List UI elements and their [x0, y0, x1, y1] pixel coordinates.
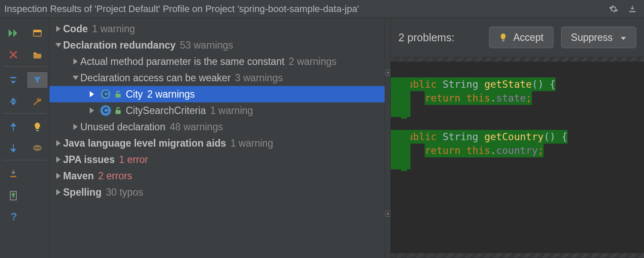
show-diff-icon[interactable] [27, 140, 48, 157]
tree-node-jpa-issues[interactable]: JPA issues 1 error [49, 151, 385, 168]
tree-node-unused-declaration[interactable]: Unused declaration 48 warnings [49, 119, 385, 135]
chevron-right-icon [54, 189, 63, 195]
group-by-directory-icon[interactable] [27, 46, 48, 63]
filter-icon[interactable] [27, 71, 48, 89]
intention-bulb-icon[interactable] [27, 118, 48, 135]
svg-rect-9 [115, 94, 121, 98]
accept-button[interactable]: Accept [489, 27, 553, 48]
chevron-down-icon [54, 43, 63, 47]
tree-node-city[interactable]: C City 2 warnings [49, 86, 385, 102]
tree-node-declaration-redundancy[interactable]: Declaration redundancy 53 warnings [49, 37, 385, 53]
next-icon[interactable] [3, 140, 24, 157]
preview-pane: 2 problems: Accept Suppress public Strin… [391, 18, 644, 258]
svg-rect-3 [36, 130, 39, 131]
tree-node-actual-method-parameter[interactable]: Actual method parameter is the same cons… [49, 53, 385, 70]
panel-title: Inspection Results of 'Project Default' … [4, 3, 601, 15]
fold-handle-icon[interactable]: + [385, 70, 391, 76]
chevron-down-icon [71, 76, 80, 80]
close-icon[interactable] [3, 46, 24, 63]
tree-node-access-weaker[interactable]: Declaration access can be weaker 3 warni… [49, 70, 385, 86]
code-method-getstate: public String getState() { return this.s… [401, 77, 644, 119]
preview-toolbar: 2 problems: Accept Suppress [391, 18, 644, 57]
tree-node-city-search-criteria[interactable]: C CitySearchCriteria 1 warning [49, 102, 385, 119]
chevron-right-icon [71, 124, 80, 130]
bulb-icon [499, 33, 508, 42]
class-icon: C [100, 105, 111, 116]
unlock-icon [114, 90, 122, 98]
tree-node-java-language-level[interactable]: Java language level migration aids 1 war… [49, 135, 385, 151]
export-results-icon[interactable] [3, 165, 24, 182]
svg-text:?: ? [11, 211, 17, 222]
export-icon[interactable] [626, 3, 639, 15]
tree-node-maven[interactable]: Maven 2 errors [49, 168, 385, 184]
fold-handle-icon[interactable]: + [385, 211, 391, 217]
panel-header: Inspection Results of 'Project Default' … [0, 0, 644, 18]
expand-all-icon[interactable] [3, 71, 24, 89]
svg-rect-10 [115, 110, 121, 114]
class-icon: C [100, 89, 111, 100]
previous-icon[interactable] [3, 118, 24, 135]
fold-separator [391, 57, 644, 62]
code-preview[interactable]: public String getState() { return this.s… [391, 62, 644, 258]
gear-icon[interactable] [607, 3, 620, 15]
chevron-down-icon [620, 32, 626, 43]
fold-separator [391, 253, 644, 258]
inspection-toolbar: ? [0, 18, 49, 258]
chevron-right-icon [87, 108, 97, 114]
splitter[interactable]: + + [385, 18, 391, 258]
send-to-icon[interactable] [3, 187, 24, 204]
tree-node-code[interactable]: Code 1 warning [49, 21, 385, 37]
suppress-button[interactable]: Suppress [561, 27, 636, 48]
svg-rect-11 [502, 40, 504, 41]
problem-count: 2 problems: [398, 31, 481, 44]
code-method-getcountry: public String getCountry() { return this… [401, 130, 644, 171]
chevron-right-icon [54, 157, 63, 163]
chevron-right-icon [71, 58, 80, 64]
unlock-icon [114, 106, 122, 115]
chevron-right-icon [54, 26, 63, 32]
inspection-tree[interactable]: Code 1 warning Declaration redundancy 53… [49, 18, 385, 258]
svg-rect-0 [629, 11, 636, 12]
settings-wrench-icon[interactable] [27, 93, 48, 110]
chevron-right-icon [54, 173, 63, 179]
tree-node-spelling[interactable]: Spelling 30 typos [49, 184, 385, 200]
rerun-icon[interactable] [3, 25, 24, 42]
help-icon[interactable]: ? [3, 208, 24, 225]
chevron-right-icon [87, 91, 97, 97]
chevron-right-icon [54, 140, 63, 146]
svg-rect-2 [33, 30, 41, 32]
collapse-all-icon[interactable] [3, 93, 24, 110]
group-by-module-icon[interactable] [27, 25, 48, 42]
svg-rect-6 [34, 147, 40, 148]
